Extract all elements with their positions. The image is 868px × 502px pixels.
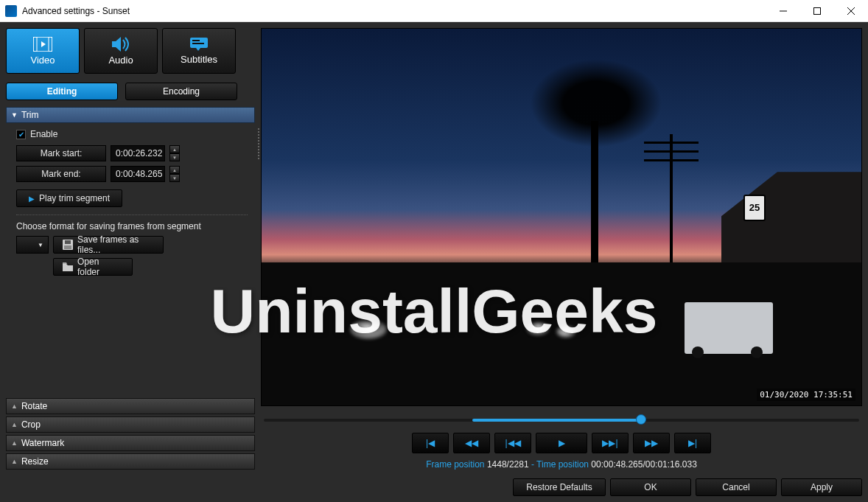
- video-icon: [33, 37, 52, 52]
- mark-start-label: Mark start:: [16, 145, 106, 161]
- preview-timestamp: 01/30/2020 17:35:51: [757, 388, 855, 401]
- timeline-thumb[interactable]: [636, 414, 646, 425]
- svg-marker-8: [112, 37, 121, 52]
- mark-end-input[interactable]: 0:00:48.265: [111, 166, 165, 182]
- chevron-down-icon: ▼: [38, 242, 43, 248]
- tab-video[interactable]: Video: [6, 28, 80, 74]
- next-frame-button[interactable]: ▶▶|: [592, 433, 629, 453]
- format-dropdown[interactable]: ▼: [16, 236, 49, 254]
- titlebar: Advanced settings - Sunset: [0, 0, 868, 22]
- audio-icon: [112, 37, 130, 52]
- section-resize-header[interactable]: ▲ Resize: [6, 453, 255, 470]
- section-crop-header[interactable]: ▲ Crop: [6, 416, 255, 433]
- chevron-up-icon: ▲: [11, 439, 18, 447]
- play-icon: ▶: [29, 195, 35, 203]
- mark-end-label: Mark end:: [16, 166, 106, 182]
- section-trim-body: ✔ Enable Mark start: 0:00:26.232 ▲ ▼ Mar…: [6, 123, 255, 282]
- apply-button[interactable]: Apply: [781, 478, 862, 496]
- chevron-down-icon: ▼: [11, 111, 18, 119]
- enable-label: Enable: [30, 129, 57, 139]
- tab-subtitles[interactable]: Subtitles: [162, 28, 236, 74]
- open-folder-button[interactable]: Open folder: [53, 258, 133, 276]
- chevron-up-icon: ▲: [11, 402, 18, 410]
- forward-button[interactable]: ▶▶: [633, 433, 670, 453]
- restore-defaults-button[interactable]: Restore Defaults: [513, 478, 606, 496]
- section-trim-label: Trim: [21, 110, 39, 120]
- tab-video-label: Video: [30, 55, 55, 66]
- svg-rect-10: [192, 40, 200, 41]
- section-rotate-label: Rotate: [21, 401, 47, 411]
- video-preview: 25 01/30/2020 17:35:51: [261, 28, 862, 406]
- mark-end-down[interactable]: ▼: [169, 174, 180, 182]
- section-rotate-header[interactable]: ▲ Rotate: [6, 398, 255, 414]
- svg-rect-15: [64, 245, 71, 249]
- play-button[interactable]: ▶: [536, 433, 587, 453]
- speed-sign: 25: [743, 195, 766, 221]
- mark-start-input[interactable]: 0:00:26.232: [111, 145, 165, 161]
- svg-marker-12: [196, 48, 200, 51]
- tab-audio-label: Audio: [108, 55, 133, 66]
- close-button[interactable]: [834, 0, 868, 22]
- mark-end-up[interactable]: ▲: [169, 166, 180, 174]
- goto-start-button[interactable]: |◀: [412, 433, 449, 453]
- section-trim-header[interactable]: ▼ Trim: [6, 107, 255, 123]
- prev-frame-button[interactable]: |◀◀: [494, 433, 531, 453]
- minimize-button[interactable]: [766, 0, 800, 22]
- subtab-encoding[interactable]: Encoding: [125, 83, 237, 100]
- choose-format-label: Choose format for saving frames from seg…: [16, 221, 248, 231]
- subtitles-icon: [190, 38, 208, 51]
- section-watermark-header[interactable]: ▲ Watermark: [6, 435, 255, 451]
- svg-rect-14: [65, 240, 71, 244]
- cancel-button[interactable]: Cancel: [696, 478, 777, 496]
- window-title: Advanced settings - Sunset: [22, 6, 766, 16]
- svg-marker-7: [41, 41, 46, 47]
- maximize-button[interactable]: [800, 0, 834, 22]
- section-resize-label: Resize: [21, 456, 49, 467]
- mark-start-up[interactable]: ▲: [169, 145, 180, 153]
- svg-rect-1: [814, 7, 821, 14]
- ok-button[interactable]: OK: [610, 478, 691, 496]
- goto-end-button[interactable]: ▶|: [674, 433, 711, 453]
- subtab-editing[interactable]: Editing: [6, 83, 118, 100]
- timeline[interactable]: [264, 414, 859, 427]
- position-readout: Frame position 1448/2281 - Time position…: [261, 459, 862, 470]
- section-crop-label: Crop: [21, 419, 41, 430]
- tab-subtitles-label: Subtitles: [181, 54, 217, 65]
- enable-checkbox[interactable]: ✔: [16, 130, 26, 139]
- app-icon: [5, 5, 17, 17]
- folder-icon: [63, 262, 73, 271]
- play-trim-button[interactable]: ▶ Play trim segment: [16, 189, 122, 207]
- svg-rect-11: [192, 43, 204, 44]
- section-watermark-label: Watermark: [21, 438, 64, 448]
- mark-start-down[interactable]: ▼: [169, 153, 180, 161]
- save-frames-button[interactable]: Save frames as files...: [53, 236, 164, 254]
- chevron-up-icon: ▲: [11, 421, 18, 428]
- save-icon: [63, 240, 73, 250]
- rewind-button[interactable]: ◀◀: [453, 433, 490, 453]
- chevron-up-icon: ▲: [11, 458, 18, 465]
- tab-audio[interactable]: Audio: [84, 28, 158, 74]
